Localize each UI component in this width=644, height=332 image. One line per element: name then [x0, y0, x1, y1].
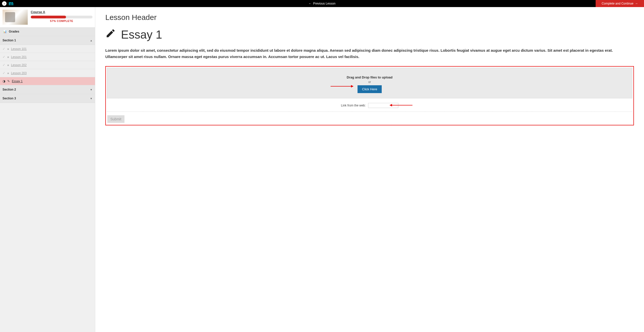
- lesson-header: Lesson Header: [105, 13, 634, 22]
- submit-button[interactable]: Submit: [107, 115, 124, 123]
- lesson-label: Lesson 202: [11, 63, 27, 67]
- course-title-link[interactable]: Course A: [31, 10, 45, 14]
- link-from-web-row: Link from the web:: [107, 99, 632, 112]
- pencil-icon: ✎: [7, 79, 10, 83]
- topbar: ‹ m ← Previous Lesson Complete and Conti…: [0, 0, 644, 7]
- half-circle-icon: ◑: [3, 79, 5, 83]
- grades-label: Grades: [9, 30, 19, 33]
- section-label: Section 3: [3, 97, 16, 100]
- lesson-item[interactable]: ✓ ■ Lesson 101: [0, 45, 95, 53]
- check-circle-icon: ✓: [3, 71, 5, 75]
- section-label: Section 2: [3, 88, 16, 91]
- essay-body: Lorem ipsum dolor sit amet, consectetur …: [105, 47, 634, 60]
- section-header-3[interactable]: Section 3 ▼: [0, 94, 95, 103]
- drop-sub: or: [110, 80, 630, 84]
- file-icon: ■: [7, 64, 9, 67]
- section-header-1[interactable]: Section 1 ▲: [0, 36, 95, 45]
- drop-title: Drag and Drop files to upload: [110, 75, 630, 79]
- section-header-2[interactable]: Section 2 ▼: [0, 85, 95, 94]
- drop-area[interactable]: Drag and Drop files to upload or Click H…: [107, 68, 632, 98]
- upload-box: Drag and Drop files to upload or Click H…: [105, 66, 634, 125]
- lesson-item[interactable]: ✓ ■ Lesson 201: [0, 53, 95, 61]
- file-icon: ■: [7, 56, 9, 59]
- bar-chart-icon: 📊: [3, 30, 7, 33]
- sidebar: Course A 57% COMPLETE 📊 Grades Section 1…: [0, 7, 95, 332]
- progress-bar: [31, 16, 92, 18]
- progress-text: 57% COMPLETE: [31, 19, 92, 22]
- check-circle-icon: ✓: [3, 55, 5, 59]
- section-label: Section 1: [3, 39, 16, 42]
- complete-continue-button[interactable]: Complete and Continue →: [596, 0, 644, 7]
- chevron-down-icon: ▼: [90, 88, 92, 91]
- click-here-button[interactable]: Click Here: [358, 85, 382, 93]
- check-circle-icon: ✓: [3, 63, 5, 67]
- main-content: Lesson Header Essay 1 Lorem ipsum dolor …: [95, 7, 644, 332]
- arrow-right-icon: →: [635, 0, 638, 7]
- chevron-up-icon: ▲: [90, 39, 92, 42]
- back-button[interactable]: ‹: [2, 1, 7, 6]
- essay-title: Essay 1: [105, 28, 634, 41]
- file-icon: ■: [7, 72, 9, 75]
- previous-lesson-label: Previous Lesson: [313, 0, 336, 7]
- chevron-down-icon: ▼: [90, 97, 92, 100]
- lesson-item[interactable]: ✓ ■ Lesson 202: [0, 61, 95, 69]
- lesson-label: Lesson 101: [11, 47, 27, 51]
- previous-lesson-button[interactable]: ← Previous Lesson: [309, 0, 336, 7]
- course-thumbnail[interactable]: [3, 10, 28, 25]
- file-icon: ■: [7, 47, 9, 50]
- lesson-label: Lesson 201: [11, 55, 27, 59]
- link-input[interactable]: [368, 103, 398, 108]
- check-circle-icon: ✓: [3, 47, 5, 51]
- progress-fill: [31, 16, 66, 18]
- grades-link[interactable]: 📊 Grades: [0, 27, 95, 36]
- essay-title-text: Essay 1: [121, 28, 162, 41]
- lesson-label: Lesson 203: [11, 71, 27, 75]
- course-header: Course A 57% COMPLETE: [0, 7, 95, 27]
- annotation-arrow-right: [331, 86, 353, 87]
- lesson-item[interactable]: ✓ ■ Lesson 203: [0, 69, 95, 77]
- pencil-icon: [105, 28, 116, 41]
- logo[interactable]: m: [9, 0, 13, 7]
- lesson-label: Essay 1: [12, 79, 23, 83]
- complete-continue-label: Complete and Continue: [602, 0, 633, 7]
- link-label: Link from the web:: [341, 104, 366, 107]
- lesson-item-active[interactable]: ◑ ✎ Essay 1: [0, 77, 95, 85]
- arrow-left-icon: ←: [309, 0, 312, 7]
- annotation-arrow-left: [390, 105, 412, 105]
